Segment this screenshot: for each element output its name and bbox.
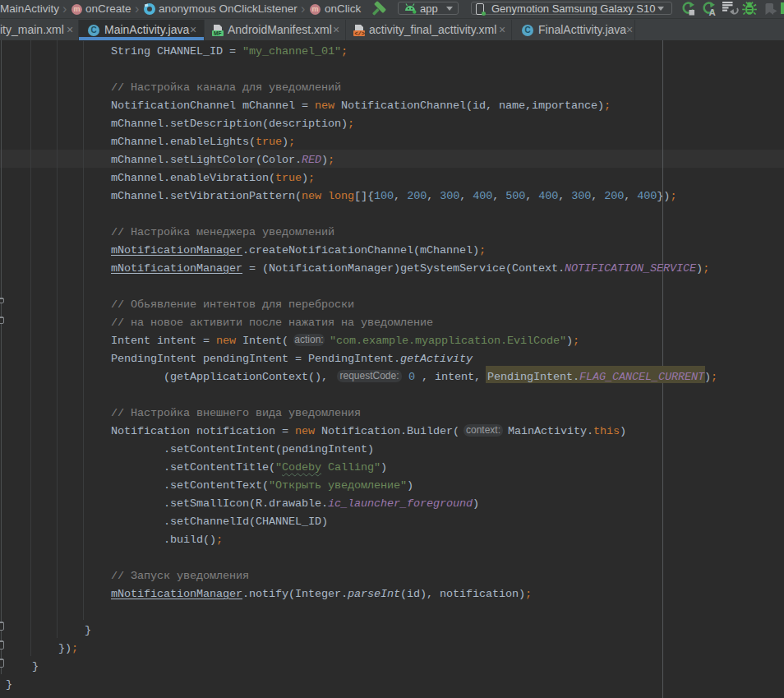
svg-text:A: A	[709, 7, 716, 16]
svg-text:MF: MF	[214, 30, 221, 36]
svg-text:</>: </>	[354, 30, 365, 36]
